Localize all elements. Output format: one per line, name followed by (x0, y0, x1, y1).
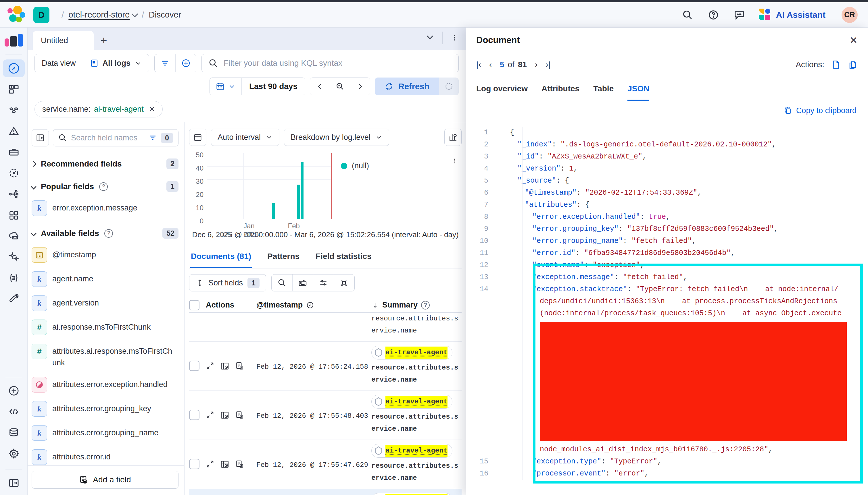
section-popular-fields[interactable]: Popular fields ? 1 (32, 181, 179, 192)
field-search[interactable]: 0 (53, 129, 179, 147)
sidebar-item-service-map[interactable] (3, 185, 25, 203)
search-icon[interactable] (681, 8, 694, 21)
add-field-button[interactable]: Add a field (32, 471, 179, 489)
next-doc-icon[interactable]: › (535, 60, 538, 69)
field-list-item[interactable]: @timestamp (32, 247, 179, 263)
expand-doc-icon[interactable] (206, 361, 214, 372)
chart-legend[interactable]: (null) (341, 161, 369, 170)
sidebar-item-discover[interactable] (3, 59, 25, 77)
field-list-item[interactable]: attributes.error.exception.handled (32, 377, 179, 392)
field-list-item[interactable]: #attributes.ai.response.msToFirstChunk (32, 344, 179, 369)
sidebar-item-add[interactable] (3, 382, 25, 400)
toggle-row-in-table-icon[interactable] (220, 411, 229, 422)
table-row[interactable]: Feb 12, 2026 @ 17:56:24.158ai-travel-age… (189, 342, 462, 391)
sidebar-item-settings[interactable] (3, 445, 25, 463)
auto-interval-dropdown[interactable]: Auto interval (211, 129, 279, 146)
toggle-row-in-table-icon[interactable] (220, 361, 229, 373)
row-settings-icon[interactable] (313, 274, 334, 291)
flyout-tab-attributes[interactable]: Attributes (541, 84, 579, 101)
sidebar-item-observability[interactable] (3, 164, 25, 182)
tab-field-statistics[interactable]: Field statistics (315, 248, 372, 268)
data-view-selector[interactable]: All logs (83, 59, 149, 68)
flyout-tab-json[interactable]: JSON (627, 84, 649, 101)
time-prev-icon[interactable] (310, 78, 330, 95)
elastic-logo-icon[interactable] (7, 6, 25, 24)
field-list-item[interactable]: #ai.response.msToFirstChunk (32, 320, 179, 335)
select-all-checkbox[interactable] (189, 300, 199, 310)
sidebar-item-console[interactable] (3, 403, 25, 421)
histogram-bar[interactable] (301, 162, 304, 219)
new-tab-button[interactable]: + (94, 31, 114, 50)
sidebar-item-cloud-data[interactable] (3, 227, 25, 245)
tab-options-kebab-icon[interactable]: ⁝ (450, 36, 459, 40)
zoom-out-icon[interactable] (330, 78, 350, 95)
user-avatar[interactable]: CR (841, 7, 858, 23)
close-icon[interactable]: ✕ (850, 34, 858, 46)
view-details-icon[interactable] (235, 361, 244, 373)
search-docs-icon[interactable] (272, 274, 292, 291)
breadcrumb-parent[interactable]: otel-record-store (68, 10, 137, 19)
field-list-item[interactable]: kagent.name (32, 271, 179, 287)
tab-list-chevron-icon[interactable] (425, 32, 435, 44)
flyout-tab-log-overview[interactable]: Log overview (476, 84, 528, 101)
feedback-icon[interactable] (733, 8, 746, 21)
view-details-icon[interactable] (235, 411, 244, 422)
table-row[interactable]: Feb 12, 2026 @ 17:55:48.403ai-travel-age… (189, 391, 462, 440)
sidebar-item-dev-tools[interactable] (3, 290, 25, 308)
histogram-bar[interactable] (272, 203, 275, 219)
toggle-row-in-table-icon[interactable] (220, 460, 229, 471)
auto-refresh-icon[interactable] (439, 78, 459, 95)
service-pill[interactable]: ai-travel-agent (371, 395, 453, 409)
field-list-item[interactable]: kerror.exception.message (32, 200, 179, 216)
sidebar-item-cases[interactable] (3, 143, 25, 161)
sort-fields-button[interactable]: Sort fields 1 (189, 274, 266, 291)
space-badge[interactable]: D (33, 7, 49, 23)
json-viewer[interactable]: 1{2"_index": ".ds-logs-generic.otel-defa… (466, 126, 868, 480)
chart-calendar-icon[interactable] (189, 129, 206, 146)
table-row-partial[interactable]: resource.attributes.service.name (189, 313, 462, 342)
chart-options-icon[interactable] (444, 129, 462, 146)
filter-pill-service-name[interactable]: service.name: ai-travel-agent ✕ (34, 101, 163, 117)
service-pill[interactable]: ai-travel-agent (371, 444, 453, 458)
row-checkbox[interactable] (189, 459, 199, 469)
breakdown-dropdown[interactable]: Breakdown by log.level (284, 129, 389, 146)
row-checkbox[interactable] (189, 410, 199, 420)
tab-patterns[interactable]: Patterns (267, 248, 300, 268)
field-list-item[interactable]: kattributes.error.grouping_key (32, 401, 179, 416)
sidebar-item-ai-sparkles[interactable] (3, 248, 25, 266)
copy-doc-icon[interactable] (848, 60, 858, 69)
field-list-item[interactable]: kattributes.error.grouping_name (32, 425, 179, 441)
table-row[interactable]: Feb 12, 2026 @ 17:55:47.629ai-travel-age… (189, 440, 462, 489)
tab-untitled[interactable]: Untitled (33, 31, 94, 50)
sidebar-item-dashboards[interactable] (3, 80, 25, 98)
expand-doc-icon[interactable] (206, 411, 214, 421)
service-pill[interactable]: ai-travel-agent (371, 493, 453, 495)
first-doc-icon[interactable]: |‹ (476, 60, 481, 69)
sidebar-item-stack-management-data[interactable] (3, 424, 25, 442)
copy-to-clipboard-button[interactable]: Copy to clipboard (784, 106, 856, 115)
plot-area[interactable]: 2025Jan 2026Feb (207, 153, 332, 219)
remove-filter-icon[interactable]: ✕ (149, 105, 155, 114)
time-next-icon[interactable] (350, 78, 370, 95)
filter-lines-icon[interactable] (154, 54, 175, 72)
table-row[interactable]: Feb 12, 2026 @ 17:54:33.369ai-travel-age… (189, 489, 462, 495)
collapse-nav-icon[interactable] (3, 474, 25, 492)
sidebar-item-alerts[interactable] (3, 122, 25, 140)
add-filter-icon[interactable] (175, 54, 196, 72)
sidebar-item-apps-grid[interactable] (3, 206, 25, 224)
service-pill[interactable]: ai-travel-agent (371, 346, 453, 359)
column-header-timestamp[interactable]: @timestamp (256, 301, 371, 309)
keyboard-icon[interactable] (292, 274, 313, 291)
field-search-input[interactable] (71, 134, 140, 142)
time-range-value[interactable]: Last 90 days (242, 78, 305, 95)
collapse-sidebar-icon[interactable] (32, 129, 49, 147)
analytics-logo-icon[interactable] (5, 32, 23, 47)
kql-search-bar[interactable] (201, 54, 459, 72)
section-available-fields[interactable]: Available fields ? 52 (32, 228, 179, 239)
section-recommended-fields[interactable]: Recommended fields 2 (32, 158, 179, 169)
row-checkbox[interactable] (189, 361, 199, 371)
flyout-tab-table[interactable]: Table (593, 84, 613, 101)
chart-kebab-icon[interactable]: ⁝ (454, 159, 456, 163)
field-list-item[interactable]: kattributes.error.id (32, 449, 179, 465)
sidebar-item-machine-learning[interactable] (3, 101, 25, 119)
